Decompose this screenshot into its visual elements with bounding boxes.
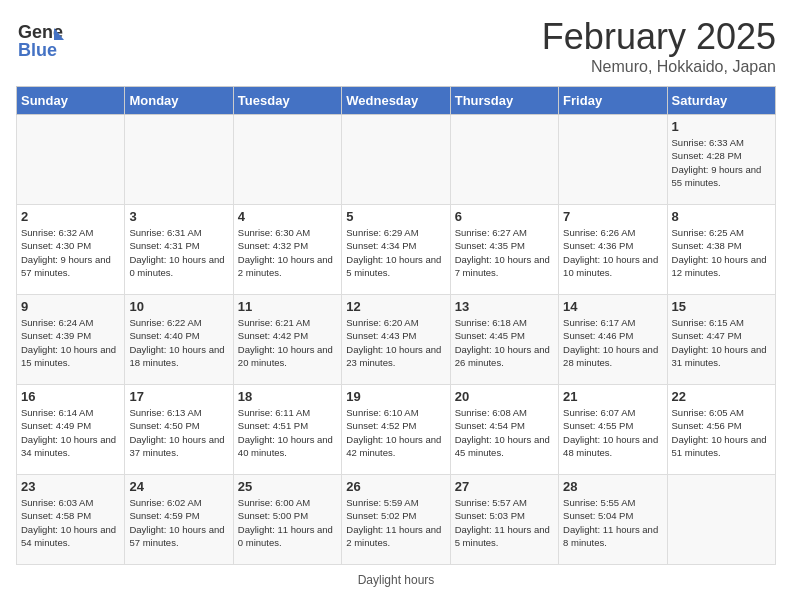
day-cell bbox=[342, 115, 450, 205]
logo: General Blue bbox=[16, 16, 64, 68]
day-info: Sunrise: 6:25 AM Sunset: 4:38 PM Dayligh… bbox=[672, 226, 771, 279]
day-number: 14 bbox=[563, 299, 662, 314]
title-area: February 2025 Nemuro, Hokkaido, Japan bbox=[542, 16, 776, 76]
header-monday: Monday bbox=[125, 87, 233, 115]
day-info: Sunrise: 6:29 AM Sunset: 4:34 PM Dayligh… bbox=[346, 226, 445, 279]
day-cell: 16Sunrise: 6:14 AM Sunset: 4:49 PM Dayli… bbox=[17, 385, 125, 475]
day-cell: 18Sunrise: 6:11 AM Sunset: 4:51 PM Dayli… bbox=[233, 385, 341, 475]
day-info: Sunrise: 5:55 AM Sunset: 5:04 PM Dayligh… bbox=[563, 496, 662, 549]
svg-text:Blue: Blue bbox=[18, 40, 57, 60]
calendar-subtitle: Nemuro, Hokkaido, Japan bbox=[542, 58, 776, 76]
day-info: Sunrise: 6:30 AM Sunset: 4:32 PM Dayligh… bbox=[238, 226, 337, 279]
calendar-header-row: SundayMondayTuesdayWednesdayThursdayFrid… bbox=[17, 87, 776, 115]
day-number: 2 bbox=[21, 209, 120, 224]
day-info: Sunrise: 6:11 AM Sunset: 4:51 PM Dayligh… bbox=[238, 406, 337, 459]
day-info: Sunrise: 6:17 AM Sunset: 4:46 PM Dayligh… bbox=[563, 316, 662, 369]
day-cell: 26Sunrise: 5:59 AM Sunset: 5:02 PM Dayli… bbox=[342, 475, 450, 565]
day-number: 20 bbox=[455, 389, 554, 404]
day-info: Sunrise: 6:26 AM Sunset: 4:36 PM Dayligh… bbox=[563, 226, 662, 279]
day-info: Sunrise: 6:00 AM Sunset: 5:00 PM Dayligh… bbox=[238, 496, 337, 549]
day-cell: 25Sunrise: 6:00 AM Sunset: 5:00 PM Dayli… bbox=[233, 475, 341, 565]
week-row-3: 16Sunrise: 6:14 AM Sunset: 4:49 PM Dayli… bbox=[17, 385, 776, 475]
day-info: Sunrise: 6:02 AM Sunset: 4:59 PM Dayligh… bbox=[129, 496, 228, 549]
day-cell: 7Sunrise: 6:26 AM Sunset: 4:36 PM Daylig… bbox=[559, 205, 667, 295]
day-number: 4 bbox=[238, 209, 337, 224]
day-info: Sunrise: 5:57 AM Sunset: 5:03 PM Dayligh… bbox=[455, 496, 554, 549]
day-cell: 3Sunrise: 6:31 AM Sunset: 4:31 PM Daylig… bbox=[125, 205, 233, 295]
day-number: 27 bbox=[455, 479, 554, 494]
day-cell: 6Sunrise: 6:27 AM Sunset: 4:35 PM Daylig… bbox=[450, 205, 558, 295]
day-info: Sunrise: 5:59 AM Sunset: 5:02 PM Dayligh… bbox=[346, 496, 445, 549]
day-number: 9 bbox=[21, 299, 120, 314]
day-info: Sunrise: 6:21 AM Sunset: 4:42 PM Dayligh… bbox=[238, 316, 337, 369]
day-number: 12 bbox=[346, 299, 445, 314]
day-number: 6 bbox=[455, 209, 554, 224]
day-number: 25 bbox=[238, 479, 337, 494]
week-row-1: 2Sunrise: 6:32 AM Sunset: 4:30 PM Daylig… bbox=[17, 205, 776, 295]
header-tuesday: Tuesday bbox=[233, 87, 341, 115]
day-cell: 5Sunrise: 6:29 AM Sunset: 4:34 PM Daylig… bbox=[342, 205, 450, 295]
day-number: 24 bbox=[129, 479, 228, 494]
day-info: Sunrise: 6:03 AM Sunset: 4:58 PM Dayligh… bbox=[21, 496, 120, 549]
day-number: 7 bbox=[563, 209, 662, 224]
day-info: Sunrise: 6:08 AM Sunset: 4:54 PM Dayligh… bbox=[455, 406, 554, 459]
day-number: 28 bbox=[563, 479, 662, 494]
footer-note: Daylight hours bbox=[16, 573, 776, 587]
day-number: 16 bbox=[21, 389, 120, 404]
day-cell: 27Sunrise: 5:57 AM Sunset: 5:03 PM Dayli… bbox=[450, 475, 558, 565]
calendar-title: February 2025 bbox=[542, 16, 776, 58]
day-info: Sunrise: 6:32 AM Sunset: 4:30 PM Dayligh… bbox=[21, 226, 120, 279]
day-number: 8 bbox=[672, 209, 771, 224]
header-friday: Friday bbox=[559, 87, 667, 115]
day-number: 26 bbox=[346, 479, 445, 494]
day-number: 19 bbox=[346, 389, 445, 404]
day-cell: 2Sunrise: 6:32 AM Sunset: 4:30 PM Daylig… bbox=[17, 205, 125, 295]
logo-graphic: General Blue bbox=[16, 16, 64, 68]
day-info: Sunrise: 6:05 AM Sunset: 4:56 PM Dayligh… bbox=[672, 406, 771, 459]
day-info: Sunrise: 6:18 AM Sunset: 4:45 PM Dayligh… bbox=[455, 316, 554, 369]
day-info: Sunrise: 6:22 AM Sunset: 4:40 PM Dayligh… bbox=[129, 316, 228, 369]
day-cell bbox=[450, 115, 558, 205]
day-cell bbox=[559, 115, 667, 205]
day-cell: 28Sunrise: 5:55 AM Sunset: 5:04 PM Dayli… bbox=[559, 475, 667, 565]
day-cell bbox=[17, 115, 125, 205]
day-number: 18 bbox=[238, 389, 337, 404]
day-cell: 8Sunrise: 6:25 AM Sunset: 4:38 PM Daylig… bbox=[667, 205, 775, 295]
day-cell: 10Sunrise: 6:22 AM Sunset: 4:40 PM Dayli… bbox=[125, 295, 233, 385]
day-info: Sunrise: 6:33 AM Sunset: 4:28 PM Dayligh… bbox=[672, 136, 771, 189]
day-info: Sunrise: 6:24 AM Sunset: 4:39 PM Dayligh… bbox=[21, 316, 120, 369]
day-cell: 13Sunrise: 6:18 AM Sunset: 4:45 PM Dayli… bbox=[450, 295, 558, 385]
day-cell: 17Sunrise: 6:13 AM Sunset: 4:50 PM Dayli… bbox=[125, 385, 233, 475]
day-cell: 11Sunrise: 6:21 AM Sunset: 4:42 PM Dayli… bbox=[233, 295, 341, 385]
day-info: Sunrise: 6:27 AM Sunset: 4:35 PM Dayligh… bbox=[455, 226, 554, 279]
day-number: 5 bbox=[346, 209, 445, 224]
day-cell: 4Sunrise: 6:30 AM Sunset: 4:32 PM Daylig… bbox=[233, 205, 341, 295]
day-info: Sunrise: 6:15 AM Sunset: 4:47 PM Dayligh… bbox=[672, 316, 771, 369]
day-number: 10 bbox=[129, 299, 228, 314]
week-row-4: 23Sunrise: 6:03 AM Sunset: 4:58 PM Dayli… bbox=[17, 475, 776, 565]
day-cell bbox=[233, 115, 341, 205]
day-cell: 1Sunrise: 6:33 AM Sunset: 4:28 PM Daylig… bbox=[667, 115, 775, 205]
day-number: 22 bbox=[672, 389, 771, 404]
day-cell: 24Sunrise: 6:02 AM Sunset: 4:59 PM Dayli… bbox=[125, 475, 233, 565]
day-info: Sunrise: 6:20 AM Sunset: 4:43 PM Dayligh… bbox=[346, 316, 445, 369]
day-cell: 19Sunrise: 6:10 AM Sunset: 4:52 PM Dayli… bbox=[342, 385, 450, 475]
day-number: 1 bbox=[672, 119, 771, 134]
header-saturday: Saturday bbox=[667, 87, 775, 115]
day-info: Sunrise: 6:10 AM Sunset: 4:52 PM Dayligh… bbox=[346, 406, 445, 459]
week-row-0: 1Sunrise: 6:33 AM Sunset: 4:28 PM Daylig… bbox=[17, 115, 776, 205]
day-cell: 20Sunrise: 6:08 AM Sunset: 4:54 PM Dayli… bbox=[450, 385, 558, 475]
header-thursday: Thursday bbox=[450, 87, 558, 115]
day-number: 11 bbox=[238, 299, 337, 314]
day-cell bbox=[667, 475, 775, 565]
calendar-table: SundayMondayTuesdayWednesdayThursdayFrid… bbox=[16, 86, 776, 565]
day-number: 21 bbox=[563, 389, 662, 404]
header-sunday: Sunday bbox=[17, 87, 125, 115]
day-cell: 22Sunrise: 6:05 AM Sunset: 4:56 PM Dayli… bbox=[667, 385, 775, 475]
header-wednesday: Wednesday bbox=[342, 87, 450, 115]
header: General Blue February 2025 Nemuro, Hokka… bbox=[16, 16, 776, 76]
day-info: Sunrise: 6:14 AM Sunset: 4:49 PM Dayligh… bbox=[21, 406, 120, 459]
day-cell bbox=[125, 115, 233, 205]
day-cell: 14Sunrise: 6:17 AM Sunset: 4:46 PM Dayli… bbox=[559, 295, 667, 385]
day-info: Sunrise: 6:31 AM Sunset: 4:31 PM Dayligh… bbox=[129, 226, 228, 279]
